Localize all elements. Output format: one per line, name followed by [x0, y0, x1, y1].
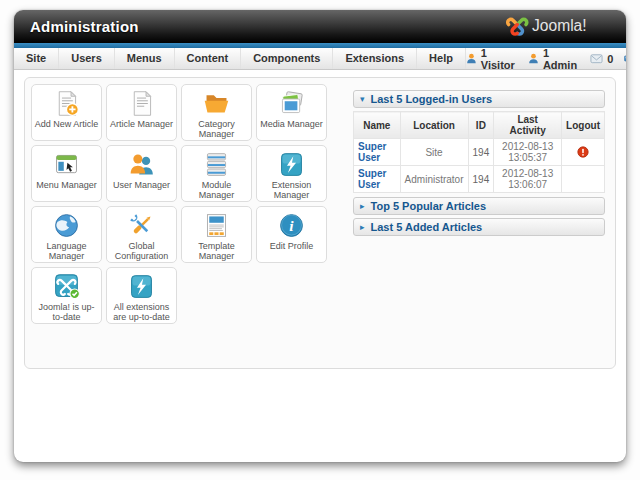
user-logout-cell[interactable] [562, 139, 605, 166]
cpanel-button-media-manager[interactable]: Media Manager [256, 84, 327, 141]
cpanel-button-edit-profile[interactable]: iEdit Profile [256, 206, 327, 263]
cpanel-button-label: Article Manager [108, 119, 175, 129]
user-location: Site [400, 139, 468, 166]
admin-modules-panel: ▾ Last 5 Logged-in Users NameLocationIDL… [345, 82, 611, 247]
column-header-name: Name [354, 112, 401, 139]
cpanel-button-global-configuration[interactable]: Global Configuration [106, 206, 177, 263]
user-id: 194 [468, 139, 494, 166]
menu-item-help[interactable]: Help [417, 48, 466, 69]
chevron-right-icon: ▸ [360, 223, 365, 232]
cpanel-button-label: Language Manager [32, 241, 101, 262]
cpanel-button-extension-manager[interactable]: Extension Manager [256, 145, 327, 202]
admin-count[interactable]: 1 Admin [528, 47, 579, 71]
user-location: Administrator [400, 166, 468, 193]
table-row: Super UserAdministrator1942012-08-13 13:… [354, 166, 605, 193]
logged-in-users-table: NameLocationIDLast ActivityLogout Super … [353, 111, 605, 193]
column-header-last-activity: Last Activity [494, 112, 562, 139]
edit-profile-icon: i [277, 211, 306, 240]
cpanel-button-menu-manager[interactable]: Menu Manager [31, 145, 102, 202]
extension-manager-icon [277, 150, 306, 179]
table-header-row: NameLocationIDLast ActivityLogout [354, 112, 605, 139]
cpanel-button-label: Media Manager [258, 119, 325, 129]
module-manager-icon [202, 150, 231, 179]
menu-item-menus[interactable]: Menus [115, 48, 175, 69]
admin-menubar: SiteUsersMenusContentComponentsExtension… [14, 48, 626, 70]
cpanel-button-label: Category Manager [182, 119, 251, 140]
cpanel-button-template-manager[interactable]: Template Manager [181, 206, 252, 263]
user-last-activity: 2012-08-13 13:05:37 [494, 139, 562, 166]
view-site-icon [624, 52, 626, 65]
menu-item-extensions[interactable]: Extensions [333, 48, 417, 69]
menu-item-site[interactable]: Site [14, 48, 59, 69]
article-manager-icon [127, 89, 156, 118]
cpanel-button-label: Edit Profile [268, 241, 316, 251]
menu-manager-icon [52, 150, 81, 179]
user-id: 194 [468, 166, 494, 193]
cpanel-button-label: Joomla! is up-to-date [32, 302, 101, 323]
cpanel-button-label: Template Manager [182, 241, 251, 262]
user-name-link[interactable]: Super User [354, 139, 401, 166]
page-title: Administration [30, 18, 139, 35]
chevron-right-icon: ▸ [360, 202, 365, 211]
cpanel-button-language-manager[interactable]: Language Manager [31, 206, 102, 263]
column-header-logout: Logout [562, 112, 605, 139]
mail-icon [590, 52, 603, 65]
cpanel-button-joomla-is-up-to-date[interactable]: Joomla! is up-to-date [31, 267, 102, 324]
joomla-update-icon [52, 272, 81, 301]
cpanel-button-label: All extensions are up-to-date [107, 302, 176, 323]
cpanel-button-label: User Manager [111, 180, 172, 190]
media-manager-icon [277, 89, 306, 118]
category-manager-icon [202, 89, 231, 118]
joomla-logo-text: Joomla! [532, 16, 587, 33]
force-logout-icon[interactable] [577, 146, 589, 158]
column-header-id: ID [468, 112, 494, 139]
cpanel-button-add-new-article[interactable]: Add New Article [31, 84, 102, 141]
cpanel-button-label: Menu Manager [34, 180, 99, 190]
chevron-down-icon: ▾ [360, 95, 365, 104]
menu-item-users[interactable]: Users [59, 48, 115, 69]
menu-item-content[interactable]: Content [175, 48, 242, 69]
user-manager-icon [127, 150, 156, 179]
language-manager-icon [52, 211, 81, 240]
menu-item-components[interactable]: Components [241, 48, 333, 69]
joomla-logo: Joomla! [506, 13, 610, 41]
cpanel-button-label: Module Manager [182, 180, 251, 201]
user-name-link[interactable]: Super User [354, 166, 401, 193]
control-panel-box: Add New ArticleArticle ManagerCategory M… [24, 77, 616, 369]
cpanel-icon-grid: Add New ArticleArticle ManagerCategory M… [29, 82, 345, 326]
view-site-link[interactable]: View Site [624, 47, 626, 71]
cpanel-button-label: Add New Article [33, 119, 101, 129]
visitor-count[interactable]: 1 Visitor [466, 47, 517, 71]
header-bar: Administration Joomla! [14, 10, 626, 43]
user-logout-cell [562, 166, 605, 193]
admin-person-icon [528, 52, 539, 65]
cpanel-button-category-manager[interactable]: Category Manager [181, 84, 252, 141]
cpanel-button-label: Extension Manager [257, 180, 326, 201]
column-header-location: Location [400, 112, 468, 139]
cpanel-button-label: Global Configuration [107, 241, 176, 262]
content-area: Add New ArticleArticle ManagerCategory M… [14, 70, 626, 376]
main-menu: SiteUsersMenusContentComponentsExtension… [14, 48, 466, 69]
cpanel-button-article-manager[interactable]: Article Manager [106, 84, 177, 141]
cpanel-button-user-manager[interactable]: User Manager [106, 145, 177, 202]
status-bar: 1 Visitor 1 Admin 0 [466, 48, 626, 69]
panel-popular-articles[interactable]: ▸ Top 5 Popular Articles [353, 197, 605, 215]
panel-added-articles[interactable]: ▸ Last 5 Added Articles [353, 218, 605, 236]
extensions-update-icon [127, 272, 156, 301]
message-count[interactable]: 0 [590, 52, 613, 65]
admin-window: Administration Joomla! SiteUsersMenusCon… [14, 10, 626, 462]
cpanel-button-module-manager[interactable]: Module Manager [181, 145, 252, 202]
user-last-activity: 2012-08-13 13:06:07 [494, 166, 562, 193]
visitor-person-icon [466, 52, 477, 65]
template-manager-icon [202, 211, 231, 240]
global-config-icon [127, 211, 156, 240]
cpanel-button-all-extensions-are-up-to-date[interactable]: All extensions are up-to-date [106, 267, 177, 324]
table-row: Super UserSite1942012-08-13 13:05:37 [354, 139, 605, 166]
svg-text:i: i [289, 217, 294, 234]
add-article-icon [52, 89, 81, 118]
panel-logged-in-users[interactable]: ▾ Last 5 Logged-in Users [353, 90, 605, 108]
